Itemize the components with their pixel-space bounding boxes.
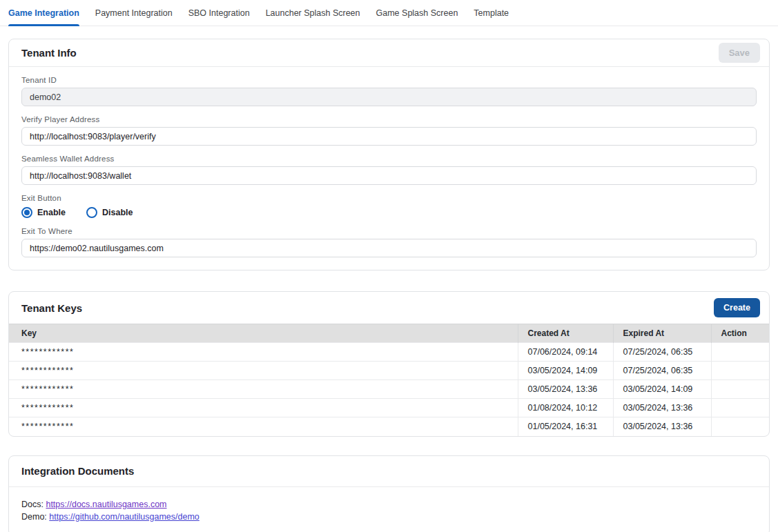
tenant-keys-header: Tenant Keys Create [9,292,769,324]
exit-to-where-input[interactable] [21,239,757,257]
verify-player-address-field-group: Verify Player Address [21,115,757,146]
tenant-info-card: Tenant Info Save Tenant ID Verify Player… [8,39,770,270]
tab-game-splash-screen[interactable]: Game Splash Screen [376,0,458,26]
radio-option-disable[interactable]: Disable [86,207,133,218]
radio-selected-icon [21,207,32,218]
expired-at-cell: 03/05/2024, 14:09 [613,380,711,399]
radio-unselected-icon [86,207,97,218]
integration-documents-card: Integration Documents Docs: https://docs… [8,455,770,532]
tenant-keys-table: Key Created At Expired At Action *******… [9,324,769,436]
verify-player-address-input[interactable] [21,127,757,146]
verify-player-address-label: Verify Player Address [21,115,757,124]
docs-link[interactable]: https://docs.nautilusgames.com [46,500,166,509]
tenant-id-input[interactable] [21,88,757,106]
tenant-info-body: Tenant ID Verify Player Address Seamless… [9,67,769,270]
key-cell: ************ [9,343,518,362]
tab-template[interactable]: Template [474,0,509,26]
save-button[interactable]: Save [719,43,760,63]
created-at-cell: 01/05/2024, 16:31 [518,417,613,436]
demo-link[interactable]: https://github.com/nautilusgames/demo [49,512,199,522]
key-cell: ************ [9,417,518,436]
create-key-button[interactable]: Create [714,298,760,317]
created-at-cell: 03/05/2024, 14:09 [518,362,613,380]
table-row: ************ 07/06/2024, 09:14 07/25/202… [9,343,769,362]
column-header-action: Action [711,324,769,343]
action-cell [711,362,769,380]
column-header-key: Key [9,324,518,343]
tenant-keys-title: Tenant Keys [21,302,82,314]
table-row: ************ 01/05/2024, 16:31 03/05/202… [9,417,769,436]
tab-bar: Game Integration Payment Integration SBO… [0,0,778,26]
expired-at-cell: 07/25/2024, 06:35 [613,362,711,380]
tenant-info-title: Tenant Info [21,47,77,59]
tab-launcher-splash-screen[interactable]: Launcher Splash Screen [266,0,360,26]
table-row: ************ 03/05/2024, 14:09 07/25/202… [9,362,769,380]
action-cell [711,343,769,362]
exit-button-radio-group: Enable Disable [21,206,757,218]
expired-at-cell: 03/05/2024, 13:36 [613,399,711,417]
seamless-wallet-address-input[interactable] [21,166,757,185]
demo-prefix: Demo: [21,512,47,522]
integration-documents-header: Integration Documents [9,456,769,487]
expired-at-cell: 07/25/2024, 06:35 [613,343,711,362]
created-at-cell: 01/08/2024, 10:12 [518,399,613,417]
expired-at-cell: 03/05/2024, 13:36 [613,417,711,436]
column-header-expired-at: Expired At [613,324,711,343]
tab-payment-integration[interactable]: Payment Integration [95,0,173,26]
table-row: ************ 01/08/2024, 10:12 03/05/202… [9,399,769,417]
docs-line: Docs: https://docs.nautilusgames.com [21,498,757,511]
key-cell: ************ [9,399,518,417]
radio-disable-label: Disable [102,208,133,217]
tab-game-integration[interactable]: Game Integration [8,0,79,26]
integration-documents-title: Integration Documents [21,465,134,477]
table-row: ************ 03/05/2024, 13:36 03/05/202… [9,380,769,399]
table-header-row: Key Created At Expired At Action [9,324,769,343]
tenant-id-field-group: Tenant ID [21,76,757,106]
key-cell: ************ [9,362,518,380]
exit-to-where-field-group: Exit To Where [21,227,757,257]
action-cell [711,417,769,436]
tenant-id-label: Tenant ID [21,76,757,84]
exit-button-label: Exit Button [21,194,757,202]
tab-sbo-integration[interactable]: SBO Integration [188,0,250,26]
seamless-wallet-address-label: Seamless Wallet Address [21,155,757,163]
action-cell [711,380,769,399]
radio-enable-label: Enable [37,208,66,217]
seamless-wallet-address-field-group: Seamless Wallet Address [21,155,757,185]
tenant-info-header: Tenant Info Save [9,39,769,67]
created-at-cell: 07/06/2024, 09:14 [518,343,613,362]
exit-to-where-label: Exit To Where [21,227,757,235]
created-at-cell: 03/05/2024, 13:36 [518,380,613,399]
action-cell [711,399,769,417]
key-cell: ************ [9,380,518,399]
tenant-keys-card: Tenant Keys Create Key Created At Expire… [8,291,770,437]
docs-prefix: Docs: [21,500,43,509]
demo-line: Demo: https://github.com/nautilusgames/d… [21,511,757,523]
exit-button-field-group: Exit Button Enable Disable [21,194,757,218]
integration-documents-body: Docs: https://docs.nautilusgames.com Dem… [9,487,769,532]
column-header-created-at: Created At [518,324,613,343]
radio-option-enable[interactable]: Enable [21,207,66,218]
